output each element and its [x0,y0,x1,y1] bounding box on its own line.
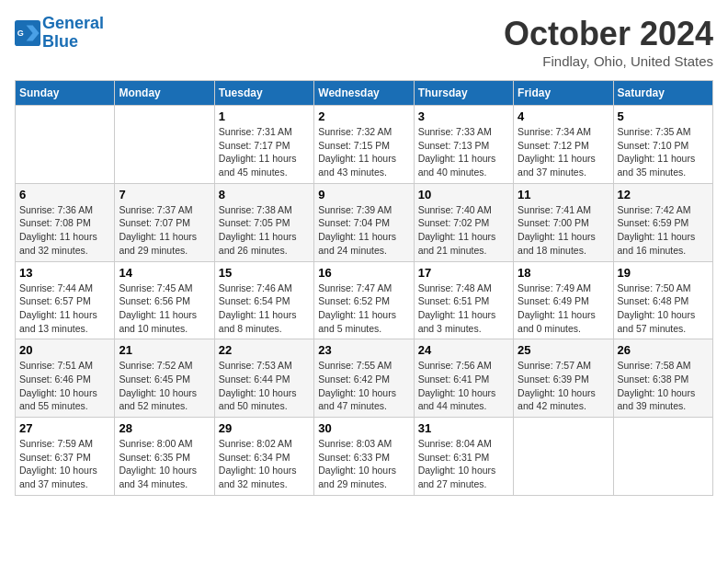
calendar-cell: 13Sunrise: 7:44 AM Sunset: 6:57 PM Dayli… [16,261,115,339]
day-detail: Sunrise: 7:33 AM Sunset: 7:13 PM Dayligh… [418,125,509,179]
calendar-cell: 20Sunrise: 7:51 AM Sunset: 6:46 PM Dayli… [16,339,115,418]
day-number: 26 [618,343,709,357]
logo: G General Blue [15,15,104,52]
day-number: 18 [518,266,609,280]
calendar-cell: 22Sunrise: 7:53 AM Sunset: 6:44 PM Dayli… [214,339,313,418]
day-number: 29 [219,421,310,435]
calendar-cell: 4Sunrise: 7:34 AM Sunset: 7:12 PM Daylig… [514,106,613,184]
week-row-4: 20Sunrise: 7:51 AM Sunset: 6:46 PM Dayli… [16,339,713,418]
calendar-cell: 26Sunrise: 7:58 AM Sunset: 6:38 PM Dayli… [613,339,712,418]
day-number: 8 [219,188,310,201]
day-number: 13 [19,266,110,280]
calendar-cell [115,106,214,184]
day-number: 25 [518,343,609,357]
calendar-cell: 19Sunrise: 7:50 AM Sunset: 6:48 PM Dayli… [613,261,712,339]
day-detail: Sunrise: 7:51 AM Sunset: 6:46 PM Dayligh… [19,359,110,413]
day-detail: Sunrise: 7:47 AM Sunset: 6:52 PM Dayligh… [318,282,409,336]
logo-line2: Blue [42,32,78,51]
day-number: 16 [318,266,409,280]
calendar-cell [514,418,613,496]
calendar-cell: 11Sunrise: 7:41 AM Sunset: 7:00 PM Dayli… [514,183,613,261]
col-header-monday: Monday [115,81,214,106]
calendar-cell: 23Sunrise: 7:55 AM Sunset: 6:42 PM Dayli… [314,339,414,418]
calendar-cell: 1Sunrise: 7:31 AM Sunset: 7:17 PM Daylig… [214,106,313,184]
day-detail: Sunrise: 7:50 AM Sunset: 6:48 PM Dayligh… [618,282,709,336]
col-header-tuesday: Tuesday [214,81,313,106]
day-number: 27 [19,421,110,435]
day-detail: Sunrise: 7:44 AM Sunset: 6:57 PM Dayligh… [19,282,110,336]
calendar-cell: 18Sunrise: 7:49 AM Sunset: 6:49 PM Dayli… [514,261,613,339]
day-number: 22 [219,343,310,357]
day-detail: Sunrise: 7:59 AM Sunset: 6:37 PM Dayligh… [19,437,110,491]
day-detail: Sunrise: 7:52 AM Sunset: 6:45 PM Dayligh… [119,359,210,413]
calendar-cell: 28Sunrise: 8:00 AM Sunset: 6:35 PM Dayli… [115,418,214,496]
calendar-cell: 29Sunrise: 8:02 AM Sunset: 6:34 PM Dayli… [214,418,313,496]
calendar-cell [613,418,712,496]
calendar-cell: 12Sunrise: 7:42 AM Sunset: 6:59 PM Dayli… [613,183,712,261]
day-number: 5 [618,109,709,123]
day-number: 12 [618,188,709,201]
day-number: 14 [119,266,210,280]
logo-icon: G [15,20,40,46]
svg-text:G: G [17,29,24,38]
calendar-cell: 5Sunrise: 7:35 AM Sunset: 7:10 PM Daylig… [613,106,712,184]
day-number: 10 [418,188,509,201]
calendar-cell: 9Sunrise: 7:39 AM Sunset: 7:04 PM Daylig… [314,183,414,261]
day-detail: Sunrise: 7:31 AM Sunset: 7:17 PM Dayligh… [219,125,310,179]
day-detail: Sunrise: 7:49 AM Sunset: 6:49 PM Dayligh… [518,282,609,336]
calendar-cell: 21Sunrise: 7:52 AM Sunset: 6:45 PM Dayli… [115,339,214,418]
day-detail: Sunrise: 7:41 AM Sunset: 7:00 PM Dayligh… [518,203,609,258]
day-number: 3 [418,109,509,123]
calendar-cell: 6Sunrise: 7:36 AM Sunset: 7:08 PM Daylig… [16,183,115,261]
title-block: October 2024 Findlay, Ohio, United State… [504,15,713,69]
day-detail: Sunrise: 7:55 AM Sunset: 6:42 PM Dayligh… [318,359,409,413]
logo-text: General Blue [42,15,104,52]
day-detail: Sunrise: 7:46 AM Sunset: 6:54 PM Dayligh… [219,282,310,336]
day-detail: Sunrise: 7:58 AM Sunset: 6:38 PM Dayligh… [618,359,709,413]
day-number: 20 [19,343,110,357]
calendar-cell: 15Sunrise: 7:46 AM Sunset: 6:54 PM Dayli… [214,261,313,339]
day-detail: Sunrise: 7:37 AM Sunset: 7:07 PM Dayligh… [119,203,210,258]
calendar-cell: 2Sunrise: 7:32 AM Sunset: 7:15 PM Daylig… [314,106,414,184]
day-number: 31 [418,421,509,435]
day-detail: Sunrise: 7:40 AM Sunset: 7:02 PM Dayligh… [418,203,509,258]
day-detail: Sunrise: 8:03 AM Sunset: 6:33 PM Dayligh… [318,437,409,491]
calendar-cell: 24Sunrise: 7:56 AM Sunset: 6:41 PM Dayli… [414,339,513,418]
day-number: 2 [318,109,409,123]
page-header: G General Blue October 2024 Findlay, Ohi… [15,15,713,69]
col-header-sunday: Sunday [16,81,115,106]
day-number: 1 [219,109,310,123]
calendar-cell: 31Sunrise: 8:04 AM Sunset: 6:31 PM Dayli… [414,418,513,496]
calendar-cell [16,106,115,184]
calendar-cell: 25Sunrise: 7:57 AM Sunset: 6:39 PM Dayli… [514,339,613,418]
header-row: SundayMondayTuesdayWednesdayThursdayFrid… [16,81,713,106]
calendar-table: SundayMondayTuesdayWednesdayThursdayFrid… [15,80,713,496]
day-detail: Sunrise: 7:39 AM Sunset: 7:04 PM Dayligh… [318,203,409,258]
day-detail: Sunrise: 7:34 AM Sunset: 7:12 PM Dayligh… [518,125,609,179]
day-number: 28 [119,421,210,435]
day-detail: Sunrise: 7:32 AM Sunset: 7:15 PM Dayligh… [318,125,409,179]
col-header-wednesday: Wednesday [314,81,414,106]
day-number: 11 [518,188,609,201]
calendar-cell: 3Sunrise: 7:33 AM Sunset: 7:13 PM Daylig… [414,106,513,184]
calendar-cell: 7Sunrise: 7:37 AM Sunset: 7:07 PM Daylig… [115,183,214,261]
day-detail: Sunrise: 7:35 AM Sunset: 7:10 PM Dayligh… [618,125,709,179]
day-detail: Sunrise: 7:53 AM Sunset: 6:44 PM Dayligh… [219,359,310,413]
day-detail: Sunrise: 7:57 AM Sunset: 6:39 PM Dayligh… [518,359,609,413]
week-row-2: 6Sunrise: 7:36 AM Sunset: 7:08 PM Daylig… [16,183,713,261]
day-number: 24 [418,343,509,357]
calendar-cell: 10Sunrise: 7:40 AM Sunset: 7:02 PM Dayli… [414,183,513,261]
month-title: October 2024 [504,15,713,53]
week-row-3: 13Sunrise: 7:44 AM Sunset: 6:57 PM Dayli… [16,261,713,339]
calendar-cell: 30Sunrise: 8:03 AM Sunset: 6:33 PM Dayli… [314,418,414,496]
week-row-5: 27Sunrise: 7:59 AM Sunset: 6:37 PM Dayli… [16,418,713,496]
calendar-cell: 27Sunrise: 7:59 AM Sunset: 6:37 PM Dayli… [16,418,115,496]
calendar-cell: 16Sunrise: 7:47 AM Sunset: 6:52 PM Dayli… [314,261,414,339]
col-header-thursday: Thursday [414,81,513,106]
day-number: 21 [119,343,210,357]
day-number: 9 [318,188,409,201]
day-number: 19 [618,266,709,280]
day-detail: Sunrise: 7:48 AM Sunset: 6:51 PM Dayligh… [418,282,509,336]
day-number: 17 [418,266,509,280]
day-detail: Sunrise: 7:42 AM Sunset: 6:59 PM Dayligh… [618,203,709,258]
